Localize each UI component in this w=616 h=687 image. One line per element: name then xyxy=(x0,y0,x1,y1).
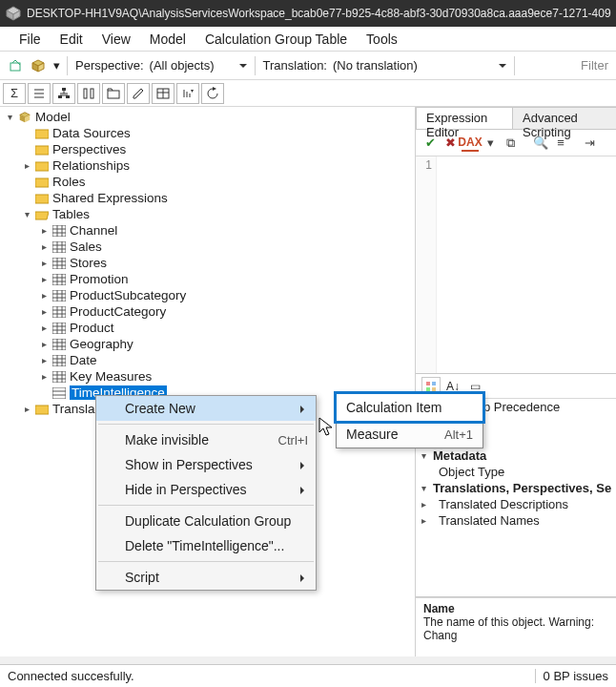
tree-table[interactable]: ▸ProductSubcategory xyxy=(0,287,415,303)
tb-hierarchy-icon[interactable] xyxy=(52,83,75,104)
tree-table[interactable]: ▸Sales xyxy=(0,239,415,255)
svg-rect-28 xyxy=(35,130,49,138)
table-icon xyxy=(51,354,67,367)
svg-rect-17 xyxy=(91,89,93,98)
svg-rect-29 xyxy=(35,146,49,155)
svg-rect-86 xyxy=(35,406,49,414)
tree-tables[interactable]: ▾Tables xyxy=(0,206,415,222)
tb-sort-icon[interactable] xyxy=(176,83,199,104)
menu-item[interactable]: Duplicate Calculation Group xyxy=(96,509,316,533)
translation-label: Translation: xyxy=(263,58,327,73)
accept-icon[interactable]: ✔ xyxy=(421,135,439,152)
svg-rect-30 xyxy=(35,162,49,171)
tree-table[interactable]: ▸Channel xyxy=(0,222,415,239)
table-icon xyxy=(51,273,67,286)
menu-item[interactable]: Script xyxy=(96,565,316,590)
submenu-item[interactable]: MeasureAlt+1 xyxy=(337,421,483,448)
svg-rect-73 xyxy=(52,355,66,366)
table-icon xyxy=(51,370,67,384)
right-tabs: Expression Editor Advanced Scripting xyxy=(416,107,616,130)
tree-folder[interactable]: Shared Expressions xyxy=(0,190,415,206)
tree-folder[interactable]: ▸Relationships xyxy=(0,157,415,174)
menu-file[interactable]: File xyxy=(10,29,51,50)
tree-table[interactable]: ▸Stores xyxy=(0,255,415,271)
svg-rect-16 xyxy=(84,89,87,98)
tb-list-icon[interactable] xyxy=(28,83,51,104)
indent-icon[interactable]: ⇥ xyxy=(581,135,598,152)
property-row[interactable]: ▾Translations, Perspectives, Se xyxy=(416,480,616,496)
svg-rect-31 xyxy=(35,178,49,187)
property-row[interactable]: ▾Metadata xyxy=(416,448,616,464)
tree-table[interactable]: ▸ProductCategory xyxy=(0,303,415,320)
find-icon[interactable]: 🔍 xyxy=(532,135,549,152)
dropdown-icon[interactable]: ▾ xyxy=(51,55,62,76)
menu-view[interactable]: View xyxy=(92,29,140,50)
comment-icon[interactable]: ≡ xyxy=(552,135,569,152)
tree-table[interactable]: ▸Promotion xyxy=(0,271,415,287)
property-desc-name: Name xyxy=(423,602,608,615)
property-row[interactable]: ▸Translated Descriptions xyxy=(416,496,616,512)
separator xyxy=(67,56,68,75)
menu-item[interactable]: Create New xyxy=(96,396,316,421)
table-icon xyxy=(51,224,67,238)
tree-table[interactable]: ▸Key Measures xyxy=(0,368,415,385)
status-left: Connected succesfully. xyxy=(0,669,142,683)
menu-calc-group-table[interactable]: Calculation Group Table xyxy=(195,29,357,50)
tb-column-icon[interactable] xyxy=(77,83,100,104)
svg-rect-33 xyxy=(52,225,66,237)
cube-icon[interactable] xyxy=(28,55,49,76)
menu-model[interactable]: Model xyxy=(140,29,195,50)
tree-folder[interactable]: Roles xyxy=(0,174,415,190)
tree-root[interactable]: ▾Model xyxy=(0,109,415,125)
perspective-combo[interactable]: (All objects) xyxy=(146,55,251,76)
tree-folder[interactable]: Data Sources xyxy=(0,125,415,141)
tb-table-icon[interactable] xyxy=(152,83,175,104)
expression-editor[interactable]: 1 xyxy=(416,156,616,374)
tb-folder-icon[interactable] xyxy=(102,83,125,104)
property-description: Name The name of this object. Warning: C… xyxy=(416,597,616,656)
menu-divider xyxy=(98,505,314,506)
model-tree[interactable]: ▾Model Data Sources Perspectives ▸Relati… xyxy=(0,107,415,419)
menu-tools[interactable]: Tools xyxy=(357,29,407,50)
svg-rect-87 xyxy=(426,382,430,385)
svg-rect-90 xyxy=(432,387,436,391)
filter-input[interactable]: Filter xyxy=(581,58,612,73)
menu-item[interactable]: Show in Perspectives xyxy=(96,452,316,477)
menu-item[interactable]: Make invisibleCtrl+I xyxy=(96,427,316,452)
menu-item[interactable]: Delete "TimeIntelligence"... xyxy=(96,533,316,558)
svg-rect-38 xyxy=(52,241,66,253)
table-icon xyxy=(51,257,67,270)
tab-expression-editor[interactable]: Expression Editor xyxy=(416,107,513,129)
svg-rect-83 xyxy=(52,387,66,399)
tab-advanced-scripting[interactable]: Advanced Scripting xyxy=(512,107,616,129)
context-submenu[interactable]: Calculation ItemMeasureAlt+1 xyxy=(336,393,483,448)
dax-label[interactable]: DAX xyxy=(462,135,479,152)
tree-folder[interactable]: Perspectives xyxy=(0,141,415,157)
copy-icon[interactable]: ⧉ xyxy=(502,135,519,152)
table-icon xyxy=(51,240,67,254)
folder-icon xyxy=(34,159,50,173)
property-row[interactable]: ▸Translated Names xyxy=(416,512,616,529)
translation-combo[interactable]: (No translation) xyxy=(329,55,510,76)
tree-table[interactable]: ▸Date xyxy=(0,352,415,368)
main-toolbar: ▾ Perspective: (All objects) Translation… xyxy=(0,52,616,80)
dropdown-icon[interactable]: ▾ xyxy=(482,135,499,152)
menu-item[interactable]: Hide in Perspectives xyxy=(96,477,316,502)
toolbar-icon-1[interactable] xyxy=(5,55,26,76)
calc-group-icon xyxy=(51,386,67,400)
tb-pencil-icon[interactable] xyxy=(127,83,150,104)
property-row[interactable]: Object Type xyxy=(416,464,616,480)
submenu-item[interactable]: Calculation Item xyxy=(334,391,485,424)
tree-table[interactable]: ▸Geography xyxy=(0,336,415,352)
code-area[interactable] xyxy=(437,156,616,373)
tb-refresh-icon[interactable] xyxy=(201,83,224,104)
separator xyxy=(255,56,256,75)
menu-edit[interactable]: Edit xyxy=(51,29,92,50)
cancel-icon[interactable]: ✖ xyxy=(441,135,459,152)
tree-table[interactable]: ▸Product xyxy=(0,320,415,336)
menu-bar: File Edit View Model Calculation Group T… xyxy=(0,27,616,52)
tb-sigma-icon[interactable]: Σ xyxy=(3,83,26,104)
table-icon xyxy=(51,305,67,319)
context-menu[interactable]: Create NewMake invisibleCtrl+IShow in Pe… xyxy=(95,395,317,591)
table-icon xyxy=(51,338,67,351)
